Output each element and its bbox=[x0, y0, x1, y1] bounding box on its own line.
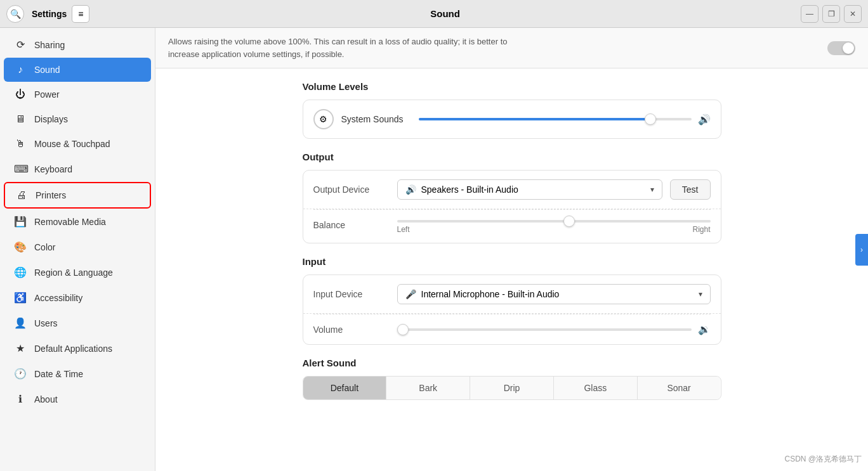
test-button[interactable]: Test bbox=[670, 179, 711, 200]
window-title: Sound bbox=[89, 8, 801, 19]
system-volume-knob[interactable] bbox=[645, 113, 656, 125]
output-device-select[interactable]: 🔊 Speakers - Built-in Audio ▾ bbox=[397, 179, 662, 200]
color-icon: 🎨 bbox=[14, 241, 27, 253]
sidebar-item-removable[interactable]: 💾 Removable Media bbox=[4, 209, 151, 234]
sound-icon: ♪ bbox=[14, 64, 27, 75]
sidebar-item-label: Power bbox=[34, 89, 60, 100]
sidebar-item-mouse[interactable]: 🖱 Mouse & Touchpad bbox=[4, 132, 151, 156]
right-panel-toggle[interactable]: › bbox=[855, 234, 868, 266]
output-device-value: Speakers - Built-in Audio bbox=[421, 184, 645, 195]
balance-labels: Left Right bbox=[397, 225, 711, 234]
sidebar-item-label: Date & Time bbox=[34, 369, 83, 379]
alert-tab-bark[interactable]: Bark bbox=[386, 377, 470, 399]
window-controls: — ❐ ✕ bbox=[801, 5, 862, 23]
alert-tab-sonar[interactable]: Sonar bbox=[638, 377, 721, 399]
power-icon: ⏻ bbox=[14, 89, 27, 100]
balance-label: Balance bbox=[313, 220, 390, 230]
top-note: Allows raising the volume above 100%. Th… bbox=[155, 28, 868, 68]
system-volume-track[interactable] bbox=[419, 118, 692, 120]
chevron-down-icon: ▾ bbox=[650, 185, 654, 194]
sidebar-item-region[interactable]: 🌐 Region & Language bbox=[4, 260, 151, 285]
alert-tab-drip[interactable]: Drip bbox=[470, 377, 554, 399]
region-icon: 🌐 bbox=[14, 266, 27, 278]
balance-track[interactable] bbox=[397, 220, 711, 223]
content-inner: Volume Levels ⚙ System Sounds 🔊 Output bbox=[290, 81, 734, 419]
input-card: Input Device 🎤 Internal Microphone - Bui… bbox=[303, 274, 721, 345]
main-layout: ⟳ Sharing ♪ Sound ⏻ Power 🖥 Displays 🖱 M… bbox=[0, 28, 868, 471]
sidebar-item-sharing[interactable]: ⟳ Sharing bbox=[4, 32, 151, 57]
input-header: Input bbox=[303, 256, 721, 267]
system-volume-slider-container: 🔊 bbox=[419, 113, 711, 126]
sidebar-item-users[interactable]: 👤 Users bbox=[4, 311, 151, 335]
output-device-row: Output Device 🔊 Speakers - Built-in Audi… bbox=[303, 171, 721, 209]
sidebar-item-keyboard[interactable]: ⌨ Keyboard bbox=[4, 157, 151, 181]
input-device-value: Internal Microphone - Built-in Audio bbox=[421, 289, 694, 299]
info-icon: ℹ bbox=[14, 393, 27, 405]
overdrive-toggle[interactable] bbox=[827, 41, 855, 55]
output-header: Output bbox=[303, 152, 721, 162]
content-area: Allows raising the volume above 100%. Th… bbox=[155, 28, 868, 471]
sidebar-item-about[interactable]: ℹ About bbox=[4, 387, 151, 411]
sidebar-item-displays[interactable]: 🖥 Displays bbox=[4, 107, 151, 131]
close-button[interactable]: ✕ bbox=[844, 5, 862, 23]
input-volume-label: Volume bbox=[313, 325, 390, 335]
sidebar-item-label: Users bbox=[34, 318, 58, 328]
balance-left-label: Left bbox=[397, 225, 410, 234]
input-volume-row: Volume 🔉 bbox=[303, 314, 721, 344]
balance-slider-container: Left Right bbox=[397, 220, 711, 234]
system-sounds-label: System Sounds bbox=[341, 114, 411, 124]
sharing-icon: ⟳ bbox=[14, 39, 27, 51]
toggle-knob bbox=[843, 42, 854, 54]
minimize-button[interactable]: — bbox=[801, 5, 819, 23]
sidebar-item-default-apps[interactable]: ★ Default Applications bbox=[4, 336, 151, 361]
sidebar-item-label: Color bbox=[34, 242, 55, 252]
volume-levels-header: Volume Levels bbox=[303, 81, 721, 92]
maximize-button[interactable]: ❐ bbox=[822, 5, 840, 23]
sidebar-item-label: Printers bbox=[36, 190, 66, 200]
displays-icon: 🖥 bbox=[14, 113, 27, 125]
sidebar-item-label: Accessibility bbox=[34, 293, 82, 303]
watermark: CSDN @洛克希德马丁 bbox=[784, 454, 862, 465]
alert-sound-tabs: Default Bark Drip Glass Sonar bbox=[303, 376, 721, 400]
system-sounds-row: ⚙ System Sounds 🔊 bbox=[303, 100, 721, 138]
keyboard-icon: ⌨ bbox=[14, 163, 27, 175]
sidebar-item-label: Keyboard bbox=[34, 164, 72, 174]
volume-high-icon[interactable]: 🔊 bbox=[698, 113, 711, 126]
chevron-down-icon: ▾ bbox=[699, 290, 702, 299]
input-device-label: Input Device bbox=[313, 289, 390, 299]
removable-icon: 💾 bbox=[14, 216, 27, 228]
sidebar-item-accessibility[interactable]: ♿ Accessibility bbox=[4, 285, 151, 310]
output-device-label: Output Device bbox=[313, 184, 390, 195]
search-icon: 🔍 bbox=[10, 9, 21, 19]
volume-low-icon[interactable]: 🔉 bbox=[698, 323, 711, 335]
sidebar-item-sound[interactable]: ♪ Sound bbox=[4, 58, 151, 82]
menu-icon: ≡ bbox=[78, 9, 83, 19]
input-device-row: Input Device 🎤 Internal Microphone - Bui… bbox=[303, 275, 721, 314]
search-button[interactable]: 🔍 bbox=[6, 5, 24, 23]
sidebar-item-power[interactable]: ⏻ Power bbox=[4, 82, 151, 106]
sidebar-item-label: Sharing bbox=[34, 40, 65, 50]
sidebar-item-label: Region & Language bbox=[34, 268, 113, 278]
input-device-select[interactable]: 🎤 Internal Microphone - Built-in Audio ▾ bbox=[397, 284, 711, 304]
sidebar-item-label: Default Applications bbox=[34, 344, 112, 354]
sidebar-item-label: Displays bbox=[34, 114, 68, 124]
output-card: Output Device 🔊 Speakers - Built-in Audi… bbox=[303, 170, 721, 243]
alert-tab-glass[interactable]: Glass bbox=[554, 377, 638, 399]
sidebar-item-label: Removable Media bbox=[34, 217, 106, 227]
star-icon: ★ bbox=[14, 342, 27, 354]
input-volume-knob[interactable] bbox=[397, 324, 409, 335]
balance-knob[interactable] bbox=[563, 216, 575, 227]
sidebar-item-printers[interactable]: 🖨 Printers bbox=[4, 182, 151, 209]
sidebar-item-color[interactable]: 🎨 Color bbox=[4, 235, 151, 259]
sidebar-item-label: About bbox=[34, 394, 58, 404]
printer-icon: 🖨 bbox=[15, 190, 28, 201]
clock-icon: 🕐 bbox=[14, 368, 27, 380]
alert-tab-default[interactable]: Default bbox=[303, 377, 387, 399]
chevron-right-icon: › bbox=[860, 245, 863, 254]
input-volume-track[interactable] bbox=[397, 328, 692, 331]
alert-sound-header: Alert Sound bbox=[303, 358, 721, 368]
app-title: Settings bbox=[32, 9, 67, 19]
menu-button[interactable]: ≡ bbox=[72, 5, 89, 23]
balance-row: Balance Left Right bbox=[303, 210, 721, 243]
sidebar-item-date[interactable]: 🕐 Date & Time bbox=[4, 361, 151, 386]
